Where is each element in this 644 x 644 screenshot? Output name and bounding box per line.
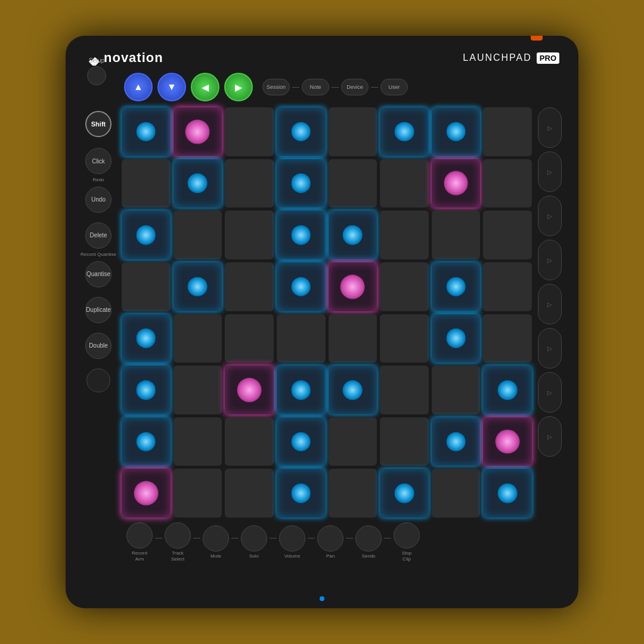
pad-r3-c5[interactable] (329, 210, 377, 259)
pad-r5-c5[interactable] (329, 314, 377, 363)
pad-r5-c1[interactable] (122, 314, 171, 363)
pad-r7-c6[interactable] (380, 417, 429, 466)
scene-launch-6[interactable]: ▷ (538, 328, 562, 369)
arrow-down-button[interactable]: ▼ (157, 73, 186, 101)
volume-button[interactable] (279, 525, 305, 552)
scene-launch-7[interactable]: ▷ (538, 372, 562, 413)
pad-r2-c8[interactable] (483, 159, 532, 208)
pad-r4-c6[interactable] (380, 262, 429, 311)
pad-r6-c5[interactable] (329, 366, 377, 414)
click-button[interactable]: Click (85, 148, 112, 174)
pad-r5-c4[interactable] (277, 314, 326, 363)
pad-r5-c6[interactable] (380, 314, 429, 363)
pad-r8-c4[interactable] (277, 469, 326, 518)
pad-r1-c2[interactable] (174, 107, 222, 156)
record-arm-button[interactable] (126, 522, 153, 549)
arrow-right-button[interactable]: ▶ (224, 73, 253, 101)
arrow-up-button[interactable]: ▲ (124, 73, 153, 101)
pad-r7-c5[interactable] (329, 417, 377, 466)
solo-button[interactable] (241, 525, 267, 552)
pad-r7-c7[interactable] (432, 417, 481, 466)
pad-r4-c8[interactable] (483, 262, 532, 311)
pad-r7-c8[interactable] (483, 417, 532, 466)
pan-button[interactable] (317, 525, 343, 552)
sends-group: Sends (355, 525, 382, 559)
pad-r6-c2[interactable] (174, 366, 222, 414)
pad-r4-c4[interactable] (277, 262, 326, 311)
pad-r1-c4[interactable] (277, 107, 326, 156)
pad-r1-c8[interactable] (483, 107, 532, 156)
mode-user-button[interactable]: User (380, 79, 408, 95)
pad-r4-c7[interactable] (432, 262, 481, 311)
pad-r3-c4[interactable] (277, 210, 326, 259)
pad-r2-c1[interactable] (122, 159, 171, 208)
pad-r4-c5[interactable] (329, 262, 377, 311)
volume-label: Volume (284, 553, 301, 559)
pad-r8-c1[interactable] (122, 469, 171, 518)
delete-button[interactable]: Delete (85, 222, 112, 249)
pad-r2-c4[interactable] (277, 159, 326, 208)
pad-r4-c3[interactable] (225, 262, 274, 311)
pad-r1-c5[interactable] (329, 107, 377, 156)
pad-r6-c7[interactable] (432, 366, 481, 414)
pad-r2-c7[interactable] (432, 159, 481, 208)
pad-r2-c3[interactable] (225, 159, 274, 208)
pad-r8-c7[interactable] (432, 469, 481, 518)
pad-r1-c3[interactable] (225, 107, 274, 156)
mute-button[interactable] (203, 525, 229, 552)
scene-launch-3[interactable]: ▷ (538, 196, 562, 236)
pad-r7-c4[interactable] (277, 417, 326, 466)
pad-r8-c5[interactable] (329, 469, 377, 518)
pad-r6-c1[interactable] (122, 366, 171, 414)
duplicate-button[interactable]: Duplicate (85, 297, 112, 323)
pad-r5-c7[interactable] (432, 314, 481, 363)
track-select-button[interactable] (165, 522, 191, 549)
pad-r7-c1[interactable] (122, 417, 171, 466)
pad-r8-c8[interactable] (483, 469, 532, 518)
pad-r3-c2[interactable] (174, 210, 222, 259)
pad-r7-c2[interactable] (174, 417, 222, 466)
pad-r1-c1[interactable] (122, 107, 171, 156)
pad-r5-c8[interactable] (483, 314, 532, 363)
mode-session-button[interactable]: Session (262, 79, 290, 95)
pad-r4-c1[interactable] (122, 262, 171, 311)
pad-r3-c1[interactable] (122, 210, 171, 259)
setup-button[interactable] (87, 66, 106, 85)
scene-launch-5[interactable]: ▷ (538, 284, 562, 324)
stop-clip-button[interactable] (394, 522, 420, 549)
sends-button[interactable] (355, 525, 382, 552)
bottom-nav: RecordArm — TrackSelect — Mute — Solo — (122, 522, 564, 562)
pad-r6-c3[interactable] (225, 366, 274, 414)
scene-launch-4[interactable]: ▷ (538, 240, 562, 280)
arrow-left-button[interactable]: ◀ (191, 73, 219, 101)
pad-r2-c6[interactable] (380, 159, 429, 208)
pad-r5-c3[interactable] (225, 314, 274, 363)
pad-r8-c3[interactable] (225, 469, 274, 518)
pad-r1-c7[interactable] (432, 107, 481, 156)
double-button[interactable]: Double (85, 333, 112, 359)
pad-r2-c5[interactable] (329, 159, 377, 208)
pad-r8-c6[interactable] (380, 469, 429, 518)
record-button[interactable] (86, 369, 110, 392)
mode-note-button[interactable]: Note (302, 79, 329, 95)
pad-r6-c4[interactable] (277, 366, 326, 414)
pad-r3-c6[interactable] (380, 210, 429, 259)
quantise-button[interactable]: Quantise (85, 261, 112, 287)
pad-r1-c6[interactable] (380, 107, 429, 156)
pad-r8-c2[interactable] (174, 469, 222, 518)
scene-launch-2[interactable]: ▷ (538, 151, 562, 192)
pad-r6-c8[interactable] (483, 366, 532, 414)
pad-r7-c3[interactable] (225, 417, 274, 466)
pad-r2-c2[interactable] (174, 159, 222, 208)
pad-r5-c2[interactable] (174, 314, 222, 363)
shift-button[interactable]: Shift (85, 111, 112, 137)
scene-launch-1[interactable]: ▷ (538, 107, 562, 148)
undo-button[interactable]: Undo (85, 187, 112, 213)
mode-device-button[interactable]: Device (341, 79, 369, 95)
scene-launch-8[interactable]: ▷ (538, 416, 562, 457)
pad-r3-c7[interactable] (432, 210, 481, 259)
pad-r4-c2[interactable] (174, 262, 222, 311)
pad-r3-c3[interactable] (225, 210, 274, 259)
pad-r6-c6[interactable] (380, 366, 429, 414)
pad-r3-c8[interactable] (483, 210, 532, 259)
